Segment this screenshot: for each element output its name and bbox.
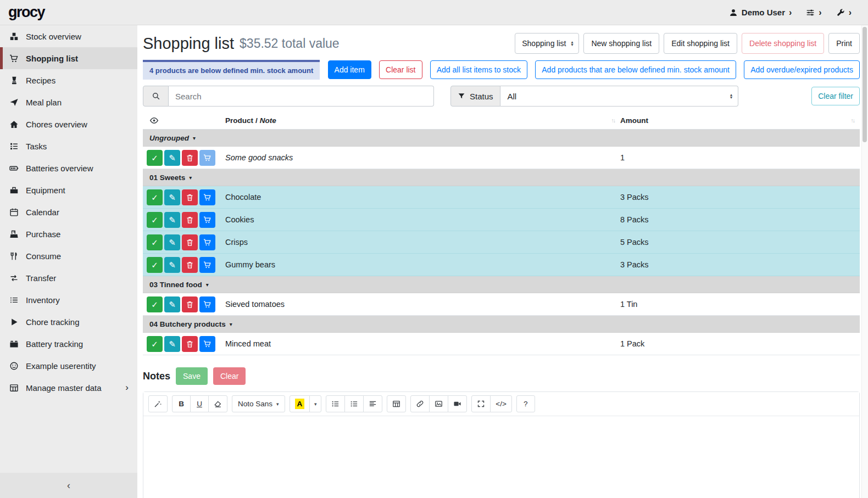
- sidebar-item-purchase[interactable]: Purchase: [0, 223, 137, 245]
- clear-list-button[interactable]: Clear list: [379, 60, 422, 79]
- new-shopping-list-button[interactable]: New shopping list: [583, 33, 659, 54]
- sidebar-item-batteries-overview[interactable]: Batteries overview: [0, 157, 137, 179]
- magic-style-button[interactable]: [148, 395, 168, 412]
- product-group-header[interactable]: 01 Sweets ▾: [143, 169, 860, 186]
- edit-shopping-list-button[interactable]: Edit shopping list: [664, 33, 737, 54]
- font-family-dropdown[interactable]: Noto Sans ▾: [232, 395, 285, 412]
- product-group-header[interactable]: 03 Tinned food ▾: [143, 276, 860, 293]
- status-filter-select[interactable]: All ▴▾: [500, 86, 738, 107]
- ordered-list-button[interactable]: [344, 395, 364, 412]
- edit-item-button[interactable]: ✎: [164, 257, 180, 273]
- shopping-list-select[interactable]: Shopping list ▴▾: [515, 33, 579, 54]
- mark-item-done-button[interactable]: ✓: [147, 212, 163, 228]
- mark-item-done-button[interactable]: ✓: [147, 150, 163, 166]
- delete-item-button[interactable]: [182, 189, 198, 205]
- edit-item-button[interactable]: ✎: [164, 336, 180, 352]
- add-item-button[interactable]: Add item: [328, 60, 371, 79]
- admin-menu-button[interactable]: ›: [836, 8, 852, 18]
- edit-item-button[interactable]: ✎: [164, 189, 180, 205]
- sidebar-item-stock-overview[interactable]: Stock overview: [0, 25, 137, 47]
- delete-item-button[interactable]: [182, 212, 198, 228]
- delete-item-button[interactable]: [182, 296, 198, 312]
- clear-formatting-button[interactable]: [208, 395, 227, 412]
- cart-icon: [8, 54, 20, 63]
- add-item-to-stock-button[interactable]: [199, 257, 215, 273]
- mark-item-done-button[interactable]: ✓: [147, 257, 163, 273]
- sidebar-item-label: Recipes: [26, 76, 55, 85]
- delete-item-button[interactable]: [182, 150, 198, 166]
- clear-notes-button[interactable]: Clear: [213, 367, 246, 385]
- sidebar-item-battery-tracking[interactable]: Battery tracking: [0, 333, 137, 355]
- collapse-sidebar-button[interactable]: ‹: [0, 473, 137, 498]
- column-header-product[interactable]: Product: [225, 116, 253, 125]
- total-value: $35.52 total value: [240, 36, 340, 51]
- mark-item-done-button[interactable]: ✓: [147, 234, 163, 250]
- sidebar-item-manage-master-data[interactable]: Manage master data ›: [0, 377, 137, 399]
- paragraph-align-button[interactable]: [363, 395, 382, 412]
- add-all-to-stock-button[interactable]: Add all list items to stock: [430, 60, 527, 79]
- product-group-header[interactable]: 04 Butchery products ▾: [143, 316, 860, 333]
- sidebar-item-example-userentity[interactable]: Example userentity: [0, 355, 137, 377]
- product-name: Cookies: [225, 215, 254, 224]
- sort-icon[interactable]: ↑↓: [851, 117, 860, 124]
- sidebar-item-shopping-list[interactable]: Shopping list: [0, 47, 137, 69]
- underline-button[interactable]: U: [190, 395, 209, 412]
- notes-editor-area[interactable]: [143, 416, 859, 498]
- mark-item-done-button[interactable]: ✓: [147, 336, 163, 352]
- add-below-min-stock-button[interactable]: Add products that are below defined min.…: [535, 60, 736, 79]
- delete-item-button[interactable]: [182, 257, 198, 273]
- sidebar-item-inventory[interactable]: Inventory: [0, 289, 137, 311]
- add-item-to-stock-button[interactable]: [199, 212, 215, 228]
- column-header-note[interactable]: Note: [260, 116, 276, 125]
- sidebar-item-consume[interactable]: Consume: [0, 245, 137, 267]
- mark-item-done-button[interactable]: ✓: [147, 296, 163, 312]
- add-overdue-products-button[interactable]: Add overdue/expired products: [744, 60, 860, 79]
- insert-video-button[interactable]: [448, 395, 467, 412]
- edit-icon: ✎: [169, 340, 176, 348]
- grocy-logo[interactable]: grocy: [0, 4, 137, 21]
- user-menu-button[interactable]: Demo User ›: [729, 8, 792, 18]
- sidebar-item-recipes[interactable]: Recipes: [0, 69, 137, 91]
- highlight-color-button[interactable]: A: [290, 395, 310, 412]
- add-item-to-stock-button[interactable]: [199, 296, 215, 312]
- sidebar-item-equipment[interactable]: Equipment: [0, 179, 137, 201]
- add-item-to-stock-button[interactable]: [199, 336, 215, 352]
- unordered-list-button[interactable]: [326, 395, 345, 412]
- scrollbar-thumb[interactable]: [863, 27, 867, 142]
- code-view-button[interactable]: </>: [490, 395, 512, 412]
- highlight-color-caret-button[interactable]: ▾: [309, 395, 321, 412]
- product-group-header[interactable]: Ungrouped ▾: [143, 130, 860, 147]
- settings-menu-button[interactable]: ›: [806, 8, 821, 18]
- fullscreen-button[interactable]: [471, 395, 491, 412]
- vertical-scrollbar[interactable]: [861, 25, 868, 498]
- edit-item-button[interactable]: ✎: [164, 234, 180, 250]
- edit-item-button[interactable]: ✎: [164, 150, 180, 166]
- sidebar-item-calendar[interactable]: Calendar: [0, 201, 137, 223]
- sidebar-item-chore-tracking[interactable]: Chore tracking: [0, 311, 137, 333]
- clear-filter-button[interactable]: Clear filter: [811, 87, 860, 105]
- bold-button[interactable]: B: [172, 395, 191, 412]
- mark-item-done-button[interactable]: ✓: [147, 189, 163, 205]
- insert-table-button[interactable]: [387, 395, 406, 412]
- delete-item-button[interactable]: [182, 336, 198, 352]
- column-header-amount[interactable]: Amount: [620, 116, 648, 125]
- edit-item-button[interactable]: ✎: [164, 296, 180, 312]
- add-item-to-stock-button[interactable]: [199, 150, 215, 166]
- help-button[interactable]: ?: [516, 395, 535, 412]
- sidebar-item-meal-plan[interactable]: Meal plan: [0, 91, 137, 113]
- add-item-to-stock-button[interactable]: [199, 234, 215, 250]
- print-button[interactable]: Print: [828, 33, 860, 54]
- save-notes-button[interactable]: Save: [176, 367, 208, 385]
- sort-icon[interactable]: ↑↓: [611, 117, 621, 124]
- delete-shopping-list-button[interactable]: Delete shopping list: [742, 33, 824, 54]
- eye-icon[interactable]: [149, 116, 159, 125]
- add-item-to-stock-button[interactable]: [199, 189, 215, 205]
- delete-item-button[interactable]: [182, 234, 198, 250]
- sidebar-item-transfer[interactable]: Transfer: [0, 267, 137, 289]
- insert-link-button[interactable]: [410, 395, 430, 412]
- edit-item-button[interactable]: ✎: [164, 212, 180, 228]
- sidebar-item-tasks[interactable]: Tasks: [0, 135, 137, 157]
- sidebar-item-chores-overview[interactable]: Chores overview: [0, 113, 137, 135]
- search-input[interactable]: [169, 86, 434, 107]
- insert-picture-button[interactable]: [429, 395, 448, 412]
